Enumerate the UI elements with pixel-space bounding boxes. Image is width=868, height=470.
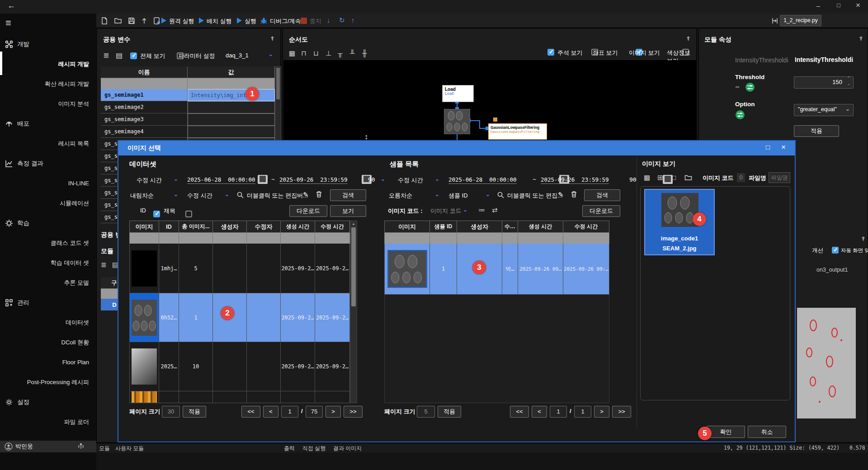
hamburger-icon[interactable]: ≡	[5, 17, 11, 29]
commit-icon[interactable]	[140, 17, 148, 25]
branch-merge-icon[interactable]	[771, 17, 779, 25]
result-image-preview[interactable]	[797, 308, 856, 418]
batch-run-button[interactable]: 배치 실행	[207, 17, 232, 25]
sidebar-item-measure-results[interactable]: 측정 결과	[0, 158, 96, 169]
prev-page-button[interactable]: <	[532, 406, 547, 418]
swap-icon[interactable]: ⇔	[734, 83, 741, 90]
sidebar-item-recipe-dev[interactable]: 레시피 개발	[0, 59, 96, 70]
samples-date-to[interactable]: 2025-09-26 23:59:59	[541, 176, 609, 184]
sidebar-item-learning[interactable]: 학습	[0, 218, 96, 229]
list-view-icon[interactable]: ≣	[101, 261, 107, 269]
dialog-titlebar[interactable]: 이미지 선택 □ ×	[118, 141, 795, 155]
dataset-time-field-dropdown[interactable]: 수정 시간	[137, 176, 162, 184]
sidebar-item-inference-model[interactable]: 추론 모델	[0, 277, 96, 288]
spinner-down-icon[interactable]: ⌄	[847, 81, 850, 86]
debug-continue-button[interactable]: 디버그/계속	[270, 17, 301, 25]
trash-icon[interactable]	[571, 191, 577, 198]
sidebar-item-floor-plan[interactable]: Floor Plan	[0, 357, 96, 368]
samples-sort-field-dropdown[interactable]: 샘플 ID	[448, 192, 468, 200]
sidebar-item-simulation[interactable]: 시뮬레이션	[0, 198, 96, 209]
viewer-filename-label[interactable]: 파일명	[749, 174, 766, 182]
page-size-input[interactable]: 30	[162, 406, 180, 418]
cancel-button[interactable]: 취소	[748, 426, 786, 438]
samples-download-button[interactable]: 다운로드	[582, 205, 620, 217]
chevron-down-icon[interactable]: ⌄	[463, 207, 467, 213]
dataset-days[interactable]: 90	[368, 176, 375, 183]
dataset-view-button[interactable]: 보기	[330, 205, 366, 217]
grid-view-icon[interactable]: ▤	[116, 51, 123, 60]
table-row[interactable]: gs_semimage2	[101, 101, 275, 113]
minimize-button[interactable]: –	[811, 2, 825, 9]
last-page-button[interactable]: >>	[344, 406, 363, 418]
next-page-button[interactable]: >	[326, 406, 341, 418]
align-middle-icon[interactable]: ╨	[350, 49, 355, 57]
single-view-icon[interactable]: □	[672, 174, 676, 181]
dataset-date-to[interactable]: 2025-09-26 23:59:59	[279, 176, 348, 184]
samples-sort-order-dropdown[interactable]: 오름차순	[389, 192, 412, 200]
chevron-down-icon[interactable]: ⌄	[435, 191, 439, 197]
title-checkbox[interactable]	[185, 211, 192, 217]
new-file-icon[interactable]	[100, 17, 108, 25]
annotation-view-checkbox[interactable]	[547, 49, 554, 56]
settings-run-icon[interactable]	[153, 17, 161, 25]
sidebar-item-deploy[interactable]: 배포	[0, 118, 96, 129]
daq-dropdown[interactable]: daq_3_1	[226, 52, 249, 59]
sidebar-item-dataset[interactable]: 데이터셋	[0, 317, 96, 328]
dataset-row-selected[interactable]: 0h52… 1 2025-09-2… 2025-09-2…	[129, 293, 350, 342]
step-out-icon[interactable]: ↑	[351, 16, 355, 24]
align-right-icon[interactable]: ⊥	[326, 49, 331, 57]
dataset-sort-order-dropdown[interactable]: 내림차순	[130, 192, 154, 200]
id-checkbox[interactable]	[153, 211, 160, 217]
fit-view-icon[interactable]: ▦	[289, 49, 295, 57]
maximize-button[interactable]: □	[832, 2, 845, 9]
tab-recipe-file[interactable]: 1_2_recipe.py	[780, 15, 821, 26]
viewer-filename-button[interactable]: 파일명	[769, 172, 790, 183]
grid-4-icon[interactable]: ⊞	[657, 174, 663, 182]
dataset-scrollbar[interactable]: ▲	[350, 221, 357, 403]
chevron-down-icon[interactable]: ⌄	[269, 51, 273, 57]
page-input[interactable]: 1	[550, 406, 567, 418]
node-load[interactable]: Load Load	[442, 85, 474, 102]
apply-button[interactable]: 적용	[438, 406, 461, 418]
status-output[interactable]: 출력	[284, 445, 295, 452]
list-view-icon[interactable]: ≣	[103, 51, 109, 60]
threshold-input[interactable]: 150 ⌃ ⌄	[794, 76, 854, 89]
spinner-up-icon[interactable]: ⌃	[847, 76, 850, 80]
page-size-input[interactable]: 5	[417, 406, 435, 418]
dataset-search-button[interactable]: 검색	[330, 189, 366, 201]
align-left-icon[interactable]: ⊓	[301, 49, 307, 57]
image-code-dropdown[interactable]: 이미지 코드	[430, 207, 462, 215]
sidebar-item-class-code-set[interactable]: 클래스 코드 셋	[0, 238, 96, 249]
chevron-down-icon[interactable]: ⌄	[174, 191, 178, 197]
status-direct-run[interactable]: 직접 실행	[302, 445, 326, 452]
slider-icon[interactable]	[735, 110, 745, 120]
sidebar-item-postprocessing-recipe[interactable]: Post-Processing 레시피	[0, 377, 96, 388]
step-into-icon[interactable]: ↓	[327, 16, 330, 24]
run-button[interactable]: 실행	[245, 17, 256, 25]
dataset-download-button[interactable]: 다운로드	[289, 205, 327, 217]
align-center-icon[interactable]: ⊔	[313, 49, 319, 57]
chevron-down-icon[interactable]: ⌄	[486, 191, 490, 197]
sidebar-item-settings[interactable]: 설정	[0, 397, 96, 408]
apply-button[interactable]: 적용	[183, 406, 206, 418]
sidebar-item-dcoll-status[interactable]: DColl 현황	[0, 337, 96, 348]
align-top-icon[interactable]: ╥	[338, 49, 343, 57]
option-select[interactable]: "greater_equal" ⌄	[794, 104, 854, 116]
table-row[interactable]: gs_semimage4	[101, 126, 275, 138]
samples-time-field-dropdown[interactable]: 수정 시간	[398, 176, 423, 184]
sidebar-item-recipe-list[interactable]: 레시피 목록	[0, 138, 96, 149]
calendar-icon[interactable]	[258, 175, 268, 184]
remote-run-button[interactable]: 원격 실행	[169, 17, 194, 25]
pin-icon[interactable]	[269, 36, 275, 42]
next-page-button[interactable]: >	[594, 406, 609, 418]
apply-button[interactable]: 적용	[794, 125, 839, 137]
sidebar-item-inline[interactable]: IN-LINE	[0, 178, 96, 189]
pin-icon[interactable]	[858, 36, 864, 42]
folder-icon[interactable]	[684, 174, 692, 181]
align-bottom-icon[interactable]: ╫	[362, 49, 367, 57]
save-icon[interactable]	[127, 17, 136, 25]
dataset-row[interactable]	[129, 391, 350, 403]
slider-icon[interactable]	[745, 82, 755, 92]
dataset-row[interactable]: 2025… 10 2025-09-2… 2025-09-2…	[129, 342, 350, 391]
samples-row-selected[interactable]: 1 박… 2025-09-26 09… 2025-09-26 09:…	[384, 244, 609, 295]
